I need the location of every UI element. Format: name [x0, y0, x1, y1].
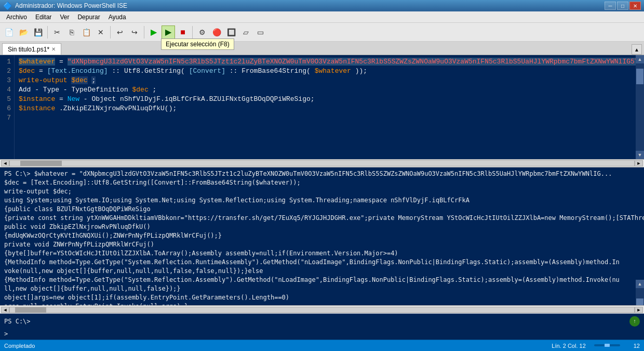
terminal-line-11: {MethodInfo method=Type.GetType("System.…	[4, 258, 640, 267]
zoom-value: 12	[634, 343, 640, 349]
terminal-line-13: {MethodInfo method=Type.GetType("System.…	[4, 276, 640, 284]
line-num-7: 7	[3, 113, 11, 123]
terminal-text: PS C:\> $whatever = "dXNpbmcgU3lzdGVtO3V…	[0, 167, 644, 305]
line-num-1: 1	[3, 57, 11, 67]
code-line-5: $instance = New - Object nShfVlDyjF.iqBL…	[19, 95, 632, 104]
code-content[interactable]: $whatever = "dXNpbmcgU3lzdGVtO3VzaW5nIFN…	[15, 55, 636, 159]
cut-button[interactable]: ✂	[50, 25, 64, 39]
status-right: Lín. 2 Col. 12 12	[552, 343, 640, 349]
editor-scroll-thumb[interactable]	[636, 69, 643, 84]
terminal-scroll-up[interactable]: ▲	[636, 280, 644, 288]
editor-vscroll[interactable]: ▲ ▼	[636, 55, 644, 159]
terminal-output[interactable]: PS C:\> $whatever = "dXNpbmcgU3lzdGVtO3V…	[0, 167, 644, 305]
terminal-hscroll-right[interactable]: ►	[635, 307, 643, 313]
terminal-hscroll-thumb[interactable]	[15, 307, 46, 313]
terminal-line-9: private void ZNWrPnNyfPLizpQMRklWrCFuj()	[4, 240, 640, 249]
terminal-line-7: public void ZbkipEZlNxjrowRvPNluqDfkU()	[4, 223, 640, 231]
redo-button[interactable]: ↪	[128, 25, 141, 39]
ps-prompt-text: PS C:\>	[4, 318, 31, 325]
hscroll-right[interactable]: ►	[635, 160, 643, 166]
terminal-line-6: {private const string ytXnWWGAHmDDkltiam…	[4, 214, 640, 223]
code-line-4: Add - Type - TypeDefinition $dec ;	[19, 85, 632, 95]
main-area: 1 2 3 4 5 6 7 $whatever = "dXNpbmcgU3lzd…	[0, 55, 644, 340]
terminal-hscrollbar[interactable]: ◄ ►	[0, 305, 644, 314]
hscroll-track[interactable]	[9, 160, 635, 166]
line-num-5: 5	[3, 95, 11, 104]
undo-button[interactable]: ↩	[113, 25, 127, 39]
copy-button[interactable]: ⎘	[65, 25, 78, 39]
menu-depurar[interactable]: Depurar	[73, 12, 104, 22]
new-button[interactable]: 📄	[2, 25, 16, 39]
run-selection-button[interactable]: ▶	[162, 25, 175, 39]
terminal-hscroll-left[interactable]: ◄	[1, 307, 9, 313]
menu-ayuda[interactable]: Ayuda	[104, 12, 130, 22]
zoom-indicator	[594, 343, 625, 348]
line-numbers: 1 2 3 4 5 6 7	[0, 55, 15, 159]
tab-close-icon[interactable]: ✕	[51, 46, 56, 52]
minimize-button[interactable]: ─	[605, 2, 616, 10]
editor-scroll-down[interactable]: ▼	[636, 151, 644, 159]
tab-bar: Sin titulo1.ps1* ✕ ▲	[0, 42, 644, 55]
stop-button[interactable]: ■	[176, 25, 190, 39]
menu-editar[interactable]: Editar	[31, 12, 56, 22]
upgrade-icon[interactable]: ↑	[629, 316, 640, 327]
input-prompt-symbol: >	[4, 330, 8, 337]
tab-script1[interactable]: Sin titulo1.ps1* ✕	[2, 43, 61, 55]
layout-button1[interactable]: ▱	[239, 25, 252, 39]
zoom-level	[594, 343, 625, 349]
terminal-scroll-track[interactable]	[636, 288, 644, 305]
toolbar-sep2	[110, 26, 111, 38]
editor-hscrollbar[interactable]: ◄ ►	[0, 159, 644, 167]
terminal-line-15: object[]args=new object[1];if(assembly.E…	[4, 293, 640, 302]
line-num-4: 4	[3, 85, 11, 95]
hscroll-thumb[interactable]	[20, 161, 62, 166]
terminal-line-16: args=null;assembly.EntryPoint.Invoke(nul…	[4, 302, 640, 305]
editor-scroll-up[interactable]: ▲	[636, 55, 644, 63]
status-text: Completado	[4, 343, 35, 349]
bottom-section: PS C:\> $whatever = "dXNpbmcgU3lzdGVtO3V…	[0, 167, 644, 340]
hscroll-left[interactable]: ◄	[1, 160, 9, 166]
terminal-line-5: {public class BZUlFNxtGgtBOqDQPiWReSigo	[4, 205, 640, 214]
toolbar-sep3	[144, 26, 144, 38]
paste-button[interactable]: 📋	[79, 25, 93, 39]
terminal-scroll-thumb[interactable]	[636, 298, 643, 305]
terminal-line-12: voke(null,new object[]{buffer,null,null,…	[4, 267, 640, 276]
terminal-main: PS C:\> $whatever = "dXNpbmcgU3lzdGVtO3V…	[0, 167, 644, 340]
status-bar: Completado Lín. 2 Col. 12 12	[0, 340, 644, 351]
terminal-hscroll-track[interactable]	[9, 307, 635, 313]
view-button[interactable]: 🔲	[224, 25, 238, 39]
code-editor[interactable]: 1 2 3 4 5 6 7 $whatever = "dXNpbmcgU3lzd…	[0, 55, 636, 159]
toolbar-sep4	[192, 26, 193, 38]
terminal-line-3: write-output $dec;	[4, 187, 640, 196]
terminal-line-4: using System;using System.IO;using Syste…	[4, 196, 640, 205]
terminal-line-1: PS C:\> $whatever = "dXNpbmcgU3lzdGVtO3V…	[4, 170, 640, 178]
open-button[interactable]: 📂	[17, 25, 30, 39]
breakpoint-button[interactable]: 🔴	[210, 25, 223, 39]
terminal-vscrollbar[interactable]: ▲ ▼	[636, 280, 644, 305]
tab-scroll-up[interactable]: ▲	[632, 44, 642, 55]
maximize-button[interactable]: □	[617, 2, 628, 10]
debug-button[interactable]: ⚙	[195, 25, 209, 39]
close-button[interactable]: ✕	[629, 2, 641, 10]
code-line-2: $dec = [Text.Encoding] :: Utf8.GetString…	[19, 67, 632, 76]
menu-archivo[interactable]: Archivo	[2, 12, 31, 22]
editor-scroll-track[interactable]	[636, 63, 644, 151]
save-button[interactable]: 💾	[31, 25, 45, 39]
editor-section: 1 2 3 4 5 6 7 $whatever = "dXNpbmcgU3lzd…	[0, 55, 644, 167]
menu-ver[interactable]: Ver	[56, 12, 73, 22]
run-button[interactable]: ▶	[147, 25, 160, 39]
window-title: Administrador: Windows PowerShell ISE	[15, 2, 127, 9]
line-num-2: 2	[3, 67, 11, 76]
line-num-3: 3	[3, 76, 11, 85]
prompt-input-bar: >	[0, 328, 644, 340]
title-bar: 🔷 Administrador: Windows PowerShell ISE …	[0, 0, 644, 11]
toolbar-sep1	[47, 26, 48, 38]
terminal-line-8: {mdUqKWwzOQrCtyKVtIhGNQXUi();ZNWrPnNyfPL…	[4, 231, 640, 240]
terminal-input[interactable]	[10, 330, 640, 337]
layout-button2[interactable]: ▭	[253, 25, 267, 39]
clear-button[interactable]: ✕	[94, 25, 108, 39]
ps-prompt-bar: PS C:\> ↑	[0, 314, 644, 328]
svg-rect-1	[605, 344, 610, 347]
window-controls: ─ □ ✕	[605, 2, 641, 10]
terminal-line-14: ll,new object[]{buffer,null,null,null,fa…	[4, 284, 640, 293]
